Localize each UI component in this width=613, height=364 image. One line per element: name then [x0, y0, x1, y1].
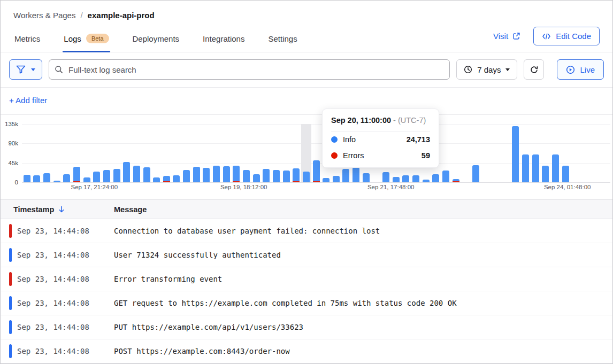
chart-bar-info[interactable] [552, 154, 559, 182]
tab-label: Metrics [14, 34, 40, 43]
edit-code-label: Edit Code [556, 32, 591, 41]
chart-bar-info[interactable] [213, 166, 220, 182]
chart-bar-info[interactable] [273, 170, 280, 182]
chart-bar-info[interactable] [432, 174, 439, 182]
table-row[interactable]: Sep 23, 14:44:08Error transforming event [1, 267, 612, 291]
table-row[interactable]: Sep 23, 14:44:08Connection to database u… [1, 219, 612, 243]
tooltip-row-info: Info 24,713 [331, 131, 430, 148]
chart-bar-info[interactable] [363, 173, 370, 182]
visit-link[interactable]: Visit [493, 32, 520, 41]
log-table-header: Timestamp Message [1, 199, 612, 219]
timestamp-cell: Sep 23, 14:44:08 [1, 344, 105, 358]
chart-bar-info[interactable] [283, 171, 290, 182]
chart-bar-info[interactable] [143, 167, 150, 182]
chart-bar-info[interactable] [173, 175, 180, 182]
chart-bar-info[interactable] [402, 175, 409, 182]
chart-bar-errors[interactable] [163, 181, 170, 182]
chart-bar-info[interactable] [243, 170, 250, 182]
chart-bar-info[interactable] [442, 171, 449, 182]
filter-funnel-icon [16, 65, 26, 74]
message-header-label: Message [114, 205, 147, 214]
chart-bar-info[interactable] [542, 166, 549, 182]
chart-bar-errors[interactable] [73, 181, 80, 182]
chart-bar-info[interactable] [153, 177, 160, 182]
chart-bar-info[interactable] [313, 160, 320, 181]
log-message: User 71324 successfully authenticated [105, 251, 612, 259]
chart-bar-info[interactable] [93, 172, 100, 182]
chart-bar-info[interactable] [133, 166, 140, 182]
chart-bar-errors[interactable] [453, 181, 459, 182]
chart-bar-info[interactable] [342, 169, 349, 182]
chart-bar-info[interactable] [512, 126, 519, 182]
add-filter-button[interactable]: + Add filter [9, 96, 47, 105]
chart-bar-info[interactable] [253, 174, 260, 182]
table-row[interactable]: Sep 23, 14:44:08PUT https://example.com/… [1, 315, 612, 339]
chart-bar-info[interactable] [193, 167, 200, 182]
chart-bar-info[interactable] [24, 175, 30, 182]
time-range-label: 7 days [477, 65, 501, 74]
y-axis-label: 135k [1, 121, 18, 127]
chart-bar-info[interactable] [63, 174, 70, 182]
chart-bar-info[interactable] [532, 154, 539, 182]
chart-bar-info[interactable] [382, 172, 389, 182]
tab-settings[interactable]: Settings [267, 30, 298, 52]
severity-indicator [9, 248, 12, 262]
chart-bar-info[interactable] [123, 162, 130, 182]
table-row[interactable]: Sep 23, 14:44:08GET request to https://e… [1, 291, 612, 315]
chart-bar-errors[interactable] [233, 181, 240, 182]
time-range-button[interactable]: 7 days [456, 59, 517, 80]
chart-bar-info[interactable] [53, 181, 60, 182]
tab-deployments[interactable]: Deployments [132, 30, 181, 52]
chart-bar-info[interactable] [333, 176, 340, 182]
tab-integrations[interactable]: Integrations [202, 30, 246, 52]
timestamp-cell: Sep 23, 14:44:08 [1, 272, 105, 286]
table-row[interactable]: Sep 23, 14:44:08POST https://example.com… [1, 339, 612, 363]
chart-bar-info[interactable] [353, 167, 359, 182]
chart-bar-info[interactable] [393, 177, 400, 182]
chart-bar-info[interactable] [233, 166, 240, 181]
breadcrumb-root-link[interactable]: Workers & Pages [13, 11, 75, 20]
chart-bar-info[interactable] [263, 169, 270, 182]
refresh-button[interactable] [524, 59, 544, 80]
chart-bar-info[interactable] [453, 179, 459, 181]
x-axis-label: Sep 24, 01:48:00 [544, 184, 591, 190]
chart-bar-info[interactable] [103, 170, 110, 182]
chart-gridline [22, 182, 610, 183]
chart-bar-info[interactable] [293, 168, 300, 181]
page: Workers & Pages / example-api-prod Metri… [0, 0, 613, 364]
chart-bar-info[interactable] [83, 177, 90, 182]
filter-menu-button[interactable] [9, 59, 42, 80]
search-input[interactable] [49, 59, 450, 80]
chart-bar-info[interactable] [223, 166, 230, 182]
table-row[interactable]: Sep 23, 14:44:08User 71324 successfully … [1, 243, 612, 267]
chart-bar-info[interactable] [412, 175, 419, 182]
chart-bar-info[interactable] [113, 169, 120, 182]
x-axis-label: Sep 21, 17:48:00 [367, 184, 415, 190]
tab-metrics[interactable]: Metrics [13, 30, 41, 52]
breadcrumb-current: example-api-prod [88, 11, 155, 20]
chart-bar-info[interactable] [203, 168, 210, 182]
chart-bar-info[interactable] [323, 178, 330, 182]
tab-bar: Metrics Logs Beta Deployments Integratio… [1, 27, 612, 52]
chart-bar-info[interactable] [423, 180, 430, 182]
chart-bar-info[interactable] [73, 167, 80, 181]
log-table-body: Sep 23, 14:44:08Connection to database u… [1, 219, 612, 363]
edit-code-button[interactable]: Edit Code [533, 27, 600, 45]
chart-bar-info[interactable] [183, 170, 190, 182]
chart-bar-errors[interactable] [313, 181, 320, 182]
live-button[interactable]: Live [557, 59, 604, 80]
chart-bar-info[interactable] [472, 165, 479, 182]
chart-bar-info[interactable] [33, 175, 40, 182]
timestamp-column-header[interactable]: Timestamp [1, 205, 105, 214]
chevron-down-icon [31, 68, 35, 71]
chart-bar-errors[interactable] [293, 181, 300, 182]
chart-bar-info[interactable] [43, 173, 50, 182]
chart-bar-info[interactable] [562, 166, 569, 182]
chart-bar-info[interactable] [163, 176, 170, 181]
chart-bar-info[interactable] [522, 154, 529, 182]
tooltip-series-label: Errors [343, 151, 364, 160]
tooltip-series-label: Info [343, 135, 356, 144]
chart-bar-info[interactable] [303, 172, 310, 182]
log-message: GET request to https://example.com compl… [105, 299, 612, 307]
tab-logs[interactable]: Logs Beta [63, 29, 110, 52]
